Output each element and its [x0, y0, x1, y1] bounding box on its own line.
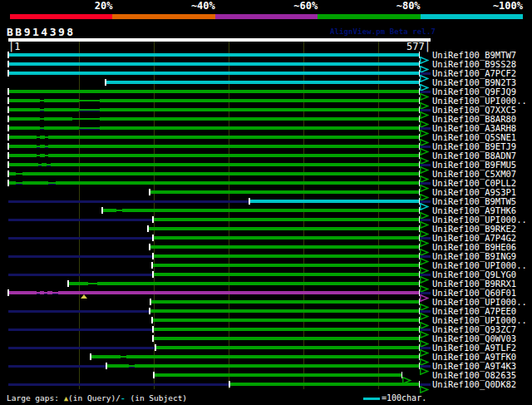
start-position-tick [7, 161, 9, 168]
start-position-tick [151, 262, 153, 269]
alignment-bar [91, 355, 121, 358]
start-position-tick [152, 235, 154, 241]
alignment-bar [44, 126, 79, 130]
app-watermark: AlignView.pm Beta rel.7 [330, 27, 436, 36]
scale-percent-label: 20% [54, 1, 112, 11]
alignment-bar [22, 181, 48, 185]
alignment-gap-segment [79, 109, 100, 111]
legend-prefix: Large gaps: [7, 393, 64, 403]
ruler-end-label: 577| [381, 42, 431, 52]
scale-percent-label: ~100% [465, 1, 523, 11]
alignment-bar [51, 163, 419, 166]
alignment-bar [44, 117, 72, 121]
alignment-bar [154, 254, 419, 258]
start-position-tick [155, 344, 156, 351]
start-position-tick [7, 116, 9, 122]
alignment-gap-segment [129, 365, 135, 367]
alignment-bar [9, 62, 419, 66]
alignment-bar [151, 300, 419, 304]
start-position-tick [7, 88, 9, 95]
alignment-arrowhead-icon [420, 363, 429, 378]
alignment-bar [9, 154, 37, 157]
alignment-bar [69, 282, 88, 285]
scale-percent-label: ~60% [259, 1, 318, 11]
alignment-bar [9, 53, 419, 57]
alignment-gap-segment [16, 182, 22, 184]
start-position-tick [7, 52, 9, 58]
alignment-bar [250, 200, 419, 203]
ruler-start-label: |1 [8, 42, 20, 52]
start-position-tick [150, 299, 151, 305]
alignment-bar [153, 264, 419, 267]
start-position-tick [7, 289, 9, 296]
alignment-gap-segment [79, 127, 100, 129]
alignment-bar [100, 108, 419, 111]
alignment-bar [9, 90, 419, 93]
start-position-tick [7, 180, 9, 186]
start-position-tick [7, 125, 9, 131]
start-position-tick [153, 372, 155, 378]
alignment-bar [58, 291, 419, 294]
alignment-bar [48, 145, 419, 148]
scale-percent-label: ~80% [362, 1, 421, 11]
start-position-tick [7, 143, 9, 150]
hit-label[interactable]: UniRef100_Q0DK82 [432, 380, 516, 389]
alignment-gap-segment [116, 210, 122, 211]
alignment-bar [9, 108, 40, 111]
alignment-bar [22, 172, 419, 175]
alignment-bar [9, 172, 16, 175]
start-position-tick [7, 97, 9, 104]
alignment-bar [106, 81, 419, 84]
alignment-bar [156, 346, 419, 349]
alignment-bar [9, 72, 419, 75]
alignment-bar [153, 319, 419, 322]
query-length-bar [8, 38, 431, 42]
query-gap-marker-icon [81, 294, 87, 299]
alignment-bar [149, 227, 419, 230]
scale-segment [215, 14, 318, 19]
alignment-gap-segment [52, 292, 58, 294]
alignment-bar [230, 383, 419, 386]
scale-percent-label: ~40% [157, 1, 215, 11]
alignment-bar [154, 218, 419, 221]
start-position-tick [152, 271, 154, 278]
alignment-bar [107, 364, 129, 368]
start-position-tick [7, 152, 9, 159]
start-position-tick [105, 79, 106, 86]
hundred-char-label: =100char. [382, 393, 426, 403]
start-position-tick [249, 198, 250, 205]
alignment-bar [56, 181, 419, 185]
alignment-bar [97, 282, 419, 285]
alignment-bar [154, 273, 419, 276]
start-position-tick [152, 335, 154, 342]
alignment-viewer: 20%~40%~60%~80%~100% BB914398 AlignView.… [0, 0, 532, 405]
scale-segment [421, 14, 523, 19]
large-gaps-legend: Large gaps: ▲(in Query)/- (in Subject) [7, 393, 187, 403]
start-position-tick [149, 189, 150, 195]
alignment-gap-segment [16, 173, 22, 175]
scale-segment [318, 14, 420, 19]
start-position-tick [229, 381, 230, 388]
start-position-tick [147, 225, 149, 232]
hundred-char-scale-line [363, 398, 380, 400]
alignment-gap-segment [48, 182, 56, 184]
alignment-bar [150, 309, 419, 313]
legend-query-text: (in Query)/ [68, 393, 121, 403]
alignment-bar [154, 236, 419, 240]
start-position-tick [151, 317, 153, 324]
alignment-bar [9, 117, 40, 121]
alignment-gap-segment [79, 100, 100, 101]
alignment-bar [44, 108, 79, 111]
scale-segment [112, 14, 214, 19]
alignment-gap-segment [88, 283, 97, 284]
start-position-tick [149, 244, 150, 250]
alignment-bar [100, 99, 419, 102]
alignment-bar [9, 126, 40, 130]
start-position-tick [106, 363, 107, 369]
alignment-bar [9, 163, 38, 166]
start-position-tick [152, 326, 154, 333]
alignment-bar [126, 355, 419, 358]
start-position-tick [67, 280, 69, 287]
alignment-bar [44, 99, 79, 102]
start-position-tick [152, 253, 154, 259]
